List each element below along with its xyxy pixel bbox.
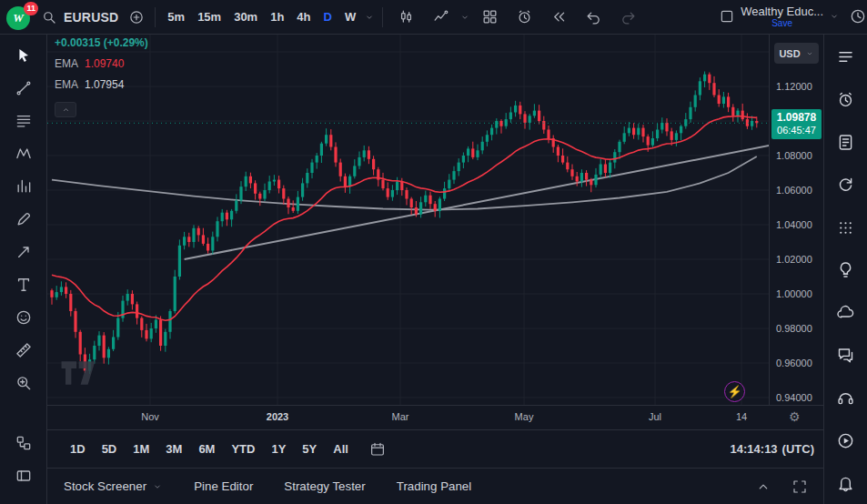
timeframe-5m[interactable]: 5m xyxy=(161,5,191,29)
chart-svg xyxy=(47,35,769,405)
bar-countdown: 06:45:47 xyxy=(771,125,822,136)
chart-row: +0.00315 (+0.29%) EMA1.09740 EMA1.07954 … xyxy=(47,35,823,405)
range-toolbar: 1D5D1M3M6MYTD1Y5YAll14:14:13(UTC) xyxy=(47,429,823,468)
chevron-up-icon xyxy=(755,479,771,495)
tool-brush[interactable] xyxy=(8,204,39,235)
time-label: May xyxy=(515,411,534,422)
sidebar-item-watchlist[interactable] xyxy=(834,45,858,69)
timeframe-15m[interactable]: 15m xyxy=(191,5,227,29)
currency-toggle-button[interactable]: USD xyxy=(774,43,819,64)
compare-add-button[interactable] xyxy=(124,5,149,30)
ideas-icon xyxy=(836,260,855,279)
alarm-button[interactable] xyxy=(511,5,537,30)
price-label: 1.02000 xyxy=(776,254,812,265)
timeframe-dropdown-button[interactable] xyxy=(362,5,377,29)
symbol-search-button[interactable] xyxy=(36,5,62,30)
timeframe-D[interactable]: D xyxy=(318,5,338,29)
sidebar-item-hotlists[interactable] xyxy=(834,173,858,197)
tool-ruler[interactable] xyxy=(8,335,39,366)
panel-restore-button[interactable] xyxy=(789,476,811,498)
range-YTD[interactable]: YTD xyxy=(225,438,261,460)
right-sidebar xyxy=(823,35,867,504)
symbol-name[interactable]: EURUSD xyxy=(64,10,118,25)
undo-button[interactable] xyxy=(580,5,606,30)
indicator-row[interactable]: EMA1.09740 xyxy=(55,57,148,70)
indicators-dropdown-button[interactable] xyxy=(458,5,472,29)
go-to-date-button[interactable] xyxy=(366,438,389,461)
tab-stock-screener[interactable]: Stock Screener xyxy=(64,479,163,493)
range-1D[interactable]: 1D xyxy=(64,438,92,460)
timeframe-group: 5m15m30m1h4hDW xyxy=(161,5,362,29)
timeframe-1h[interactable]: 1h xyxy=(264,5,290,29)
toolbar-separator xyxy=(155,7,156,27)
top-toolbar: W 11 EURUSD 5m15m30m1h4hDW Wealthy Educ.… xyxy=(0,0,867,35)
lightning-button[interactable]: ⚡ xyxy=(724,381,745,402)
range-1M[interactable]: 1M xyxy=(126,438,156,460)
notifications-icon xyxy=(836,474,855,493)
tool-zoom[interactable] xyxy=(8,368,39,398)
tool-arrow-marker[interactable] xyxy=(8,237,39,267)
panel-collapse-button[interactable] xyxy=(752,476,774,498)
undo-icon xyxy=(585,8,602,25)
tab-trading-panel[interactable]: Trading Panel xyxy=(397,479,472,493)
sidebar-item-alerts[interactable] xyxy=(834,88,858,112)
search-icon xyxy=(41,9,57,25)
tool-object-tree[interactable] xyxy=(8,428,39,459)
legend-collapse-button[interactable] xyxy=(55,102,76,117)
price-label: 0.94000 xyxy=(776,392,812,403)
zoom-icon xyxy=(15,374,33,392)
sidebar-item-ideas[interactable] xyxy=(834,258,858,282)
sidebar-item-support[interactable] xyxy=(834,387,858,410)
timeframe-4h[interactable]: 4h xyxy=(290,5,317,29)
tool-prediction[interactable] xyxy=(8,171,39,202)
indicator-row[interactable]: EMA1.07954 xyxy=(55,78,148,91)
save-button[interactable]: Save xyxy=(771,19,792,29)
tool-emoji[interactable] xyxy=(8,302,39,333)
app-logo[interactable]: W 11 xyxy=(5,4,35,31)
time-axis[interactable]: ⚙ Nov2023MarMayJul14 xyxy=(47,405,823,429)
candles-button[interactable] xyxy=(393,5,418,30)
range-1Y[interactable]: 1Y xyxy=(265,438,292,460)
time-label: Jul xyxy=(649,411,661,422)
sidebar-item-streams[interactable] xyxy=(834,428,858,452)
tool-fib-retracement[interactable] xyxy=(8,106,39,136)
range-6M[interactable]: 6M xyxy=(192,438,221,460)
timezone-button[interactable]: (UTC) xyxy=(782,442,814,456)
range-5Y[interactable]: 5Y xyxy=(296,438,323,460)
tool-xabcd-pattern[interactable] xyxy=(8,138,39,169)
timeframe-30m[interactable]: 30m xyxy=(227,5,264,29)
sidebar-item-notifications[interactable] xyxy=(834,471,858,495)
timeframe-W[interactable]: W xyxy=(338,5,362,29)
layout-square-icon xyxy=(719,8,735,25)
price-label: 1.08000 xyxy=(776,150,812,161)
watchlist-icon xyxy=(836,47,855,66)
current-price: 1.09878 xyxy=(771,111,822,124)
sidebar-item-messages[interactable] xyxy=(834,344,858,368)
layout-selector[interactable]: Wealthy Educ... Save xyxy=(715,4,843,30)
tool-text[interactable] xyxy=(8,269,39,300)
tool-drawings-panel[interactable] xyxy=(8,460,39,491)
sidebar-item-journal[interactable] xyxy=(834,131,858,155)
calendar-range-icon xyxy=(369,441,386,458)
indicators-button[interactable] xyxy=(428,5,453,30)
tool-cursor[interactable] xyxy=(8,40,39,71)
candlestick-chart[interactable]: +0.00315 (+0.29%) EMA1.09740 EMA1.07954 … xyxy=(47,35,769,405)
tool-trend-line[interactable] xyxy=(8,73,39,104)
tab-strategy-tester[interactable]: Strategy Tester xyxy=(284,479,365,493)
clock-button[interactable] xyxy=(847,5,867,27)
range-All[interactable]: All xyxy=(327,438,355,460)
sidebar-item-chat[interactable] xyxy=(834,301,858,325)
time-label: 14 xyxy=(736,411,747,422)
range-3M[interactable]: 3M xyxy=(159,438,188,460)
scale-settings-gear-icon[interactable]: ⚙ xyxy=(789,409,805,426)
indicator-label: EMA xyxy=(55,78,78,91)
grid-layout-button[interactable] xyxy=(477,5,502,30)
indicator-value: 1.09740 xyxy=(85,57,124,70)
replay-button[interactable] xyxy=(546,5,571,30)
sidebar-item-calendar[interactable] xyxy=(834,216,858,239)
range-5D[interactable]: 5D xyxy=(96,438,124,460)
tab-label: Stock Screener xyxy=(64,479,146,493)
redo-button[interactable] xyxy=(615,5,640,30)
tab-pine-editor[interactable]: Pine Editor xyxy=(194,479,253,493)
price-scale[interactable]: USD 1.09878 06:45:47 1.120001.080001.060… xyxy=(769,35,823,405)
